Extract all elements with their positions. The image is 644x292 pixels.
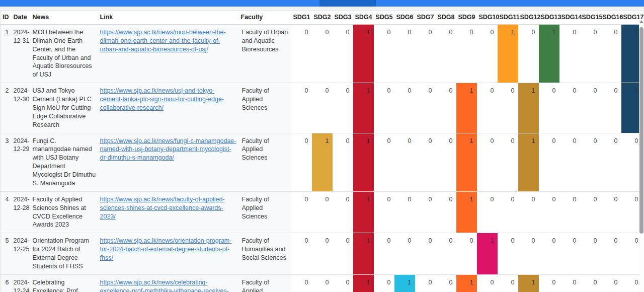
cell-sdg11: 0 — [498, 83, 518, 133]
cell-sdg4: 1 — [353, 274, 374, 292]
cell-sdg7: 0 — [415, 191, 436, 233]
cell-link: https://www.sjp.ac.lk/news/mou-between-t… — [100, 24, 241, 83]
column-header-sdg5: SDG5 — [374, 11, 394, 24]
cell-sdg1: 0 — [291, 24, 312, 83]
cell-sdg14: 0 — [559, 83, 580, 133]
cell-sdg11: 0 — [498, 191, 518, 233]
cell-sdg9: 0 — [456, 24, 477, 83]
cell-sdg6: 0 — [394, 133, 415, 191]
news-link[interactable]: https://www.sjp.ac.lk/news/faculty-of-ap… — [100, 196, 225, 220]
cell-sdg8: 0 — [436, 83, 456, 133]
cell-sdg12: 1 — [518, 83, 539, 133]
cell-sdg14: 0 — [559, 133, 580, 191]
cell-sdg9: 1 — [456, 83, 477, 133]
cell-sdg2: 0 — [312, 83, 333, 133]
cell-news: MOU between the Dilmah One Earth Center,… — [33, 24, 100, 83]
column-header-sdg13: SDG13 — [539, 11, 559, 24]
cell-date: 2024-12-24 — [11, 274, 33, 292]
column-header-sdg16: SDG16 — [601, 11, 621, 24]
cell-sdg16: 0 — [601, 233, 621, 275]
cell-sdg5: 0 — [374, 191, 394, 233]
cell-link: https://www.sjp.ac.lk/news/fungi-c-manam… — [100, 133, 241, 191]
column-header-sdg10: SDG10 — [477, 11, 498, 24]
cell-sdg6: 0 — [394, 24, 415, 83]
cell-sdg8: 0 — [436, 24, 456, 83]
cell-sdg4: 1 — [353, 233, 374, 275]
cell-sdg3: 0 — [333, 191, 353, 233]
column-header-sdg1: SDG1 — [291, 11, 312, 24]
cell-sdg4: 1 — [353, 83, 374, 133]
cell-news: Celebrating Excellence: Prof. Meththika … — [33, 274, 100, 292]
cell-sdg2: 0 — [312, 274, 333, 292]
cell-sdg8: 0 — [436, 191, 456, 233]
table-row: 22024-12-30USJ and Tokyo Cement (Lanka) … — [1, 83, 642, 133]
cell-date: 2024-12-30 — [11, 83, 33, 133]
scroll-up-arrow-icon[interactable] — [639, 20, 643, 23]
horizontal-scrollbar-thumb[interactable] — [319, 0, 376, 7]
column-header-date: Date — [11, 11, 33, 24]
cell-sdg13: 0 — [539, 274, 559, 292]
column-header-sdg6: SDG6 — [394, 11, 415, 24]
cell-id: 1 — [1, 24, 11, 83]
column-header-sdg15: SDG15 — [580, 11, 601, 24]
cell-sdg7: 0 — [415, 133, 436, 191]
cell-sdg5: 0 — [374, 83, 394, 133]
cell-sdg16: 0 — [601, 24, 621, 83]
news-link[interactable]: https://www.sjp.ac.lk/news/fungi-c-manam… — [100, 137, 236, 162]
news-link[interactable]: https://www.sjp.ac.lk/news/usj-and-tokyo… — [100, 87, 224, 111]
cell-sdg7: 0 — [415, 83, 436, 133]
cell-sdg13: 1 — [539, 24, 559, 83]
cell-faculty: Faculty of Applied Sciences — [241, 191, 291, 233]
cell-sdg2: 0 — [312, 233, 333, 275]
cell-sdg10: 0 — [477, 83, 498, 133]
cell-date: 2024-12-25 — [11, 233, 33, 275]
cell-sdg6: 0 — [394, 83, 415, 133]
table-header: IDDateNewsLinkFacultySDG1SDG2SDG3SDG4SDG… — [1, 11, 642, 24]
cell-sdg8: 0 — [436, 133, 456, 191]
cell-news: USJ and Tokyo Cement (Lanka) PLC Sign Mo… — [33, 83, 100, 133]
cell-sdg15: 0 — [580, 274, 601, 292]
cell-sdg1: 0 — [291, 133, 312, 191]
cell-sdg14: 0 — [559, 191, 580, 233]
cell-sdg2: 0 — [312, 24, 333, 83]
news-link[interactable]: https://www.sjp.ac.lk/news/orientation-p… — [100, 237, 232, 261]
cell-sdg8: 0 — [436, 274, 456, 292]
column-header-sdg14: SDG14 — [559, 11, 580, 24]
news-link[interactable]: https://www.sjp.ac.lk/news/celebrating-e… — [100, 279, 229, 292]
cell-faculty: Faculty of Urban and Aquatic Bioresource… — [241, 24, 291, 83]
cell-id: 3 — [1, 133, 11, 191]
column-header-sdg7: SDG7 — [415, 11, 436, 24]
column-header-sdg9: SDG9 — [456, 11, 477, 24]
horizontal-scrollbar-track[interactable] — [0, 0, 644, 7]
header-row: IDDateNewsLinkFacultySDG1SDG2SDG3SDG4SDG… — [1, 11, 642, 24]
column-header-sdg11: SDG11 — [498, 11, 518, 24]
column-header-sdg3: SDG3 — [333, 11, 353, 24]
cell-sdg16: 0 — [601, 133, 621, 191]
cell-sdg11: 0 — [498, 233, 518, 275]
column-header-sdg4: SDG4 — [353, 11, 374, 24]
news-link[interactable]: https://www.sjp.ac.lk/news/mou-between-t… — [100, 29, 226, 53]
table-row: 32024-12-29Fungi C. manamgodae named wit… — [1, 133, 642, 191]
cell-sdg9: 1 — [456, 133, 477, 191]
news-sdg-table-wrap: IDDateNewsLinkFacultySDG1SDG2SDG3SDG4SDG… — [0, 11, 644, 292]
cell-news: Orientation Program for 2024 Batch of Ex… — [33, 233, 100, 275]
cell-faculty: Faculty of Applied Sciences — [241, 133, 291, 191]
vertical-scrollbar-thumb[interactable] — [639, 27, 643, 234]
cell-sdg10: 0 — [477, 133, 498, 191]
vertical-scrollbar-track[interactable] — [639, 19, 644, 292]
cell-sdg1: 0 — [291, 83, 312, 133]
cell-news: Fungi C. manamgodae named with USJ Botan… — [33, 133, 100, 191]
cell-date: 2024-12-28 — [11, 191, 33, 233]
cell-sdg5: 0 — [374, 24, 394, 83]
cell-sdg10: 0 — [477, 191, 498, 233]
cell-sdg16: 0 — [601, 83, 621, 133]
cell-sdg15: 0 — [580, 133, 601, 191]
table-body: 12024-12-31MOU between the Dilmah One Ea… — [1, 24, 642, 292]
cell-sdg9: 1 — [456, 274, 477, 292]
cell-sdg1: 0 — [291, 191, 312, 233]
cell-link: https://www.sjp.ac.lk/news/faculty-of-ap… — [100, 191, 241, 233]
cell-sdg15: 0 — [580, 24, 601, 83]
cell-id: 2 — [1, 83, 11, 133]
cell-sdg11: 0 — [498, 274, 518, 292]
column-header-sdg12: SDG12 — [518, 11, 539, 24]
